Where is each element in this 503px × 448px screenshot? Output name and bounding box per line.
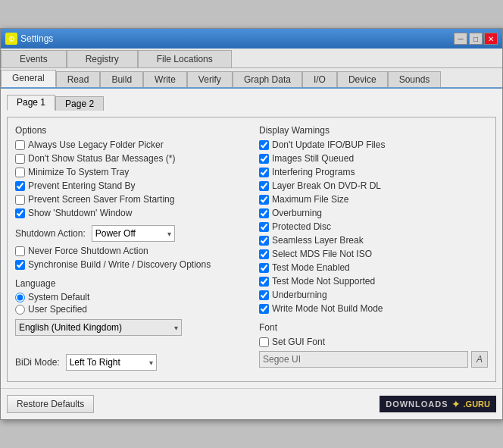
layer-break-label[interactable]: Layer Break On DVD-R DL (272, 180, 381, 191)
set-gui-font-checkbox[interactable] (259, 337, 269, 347)
overburning-checkbox[interactable] (259, 208, 269, 218)
write-mode-label[interactable]: Write Mode Not Build Mode (272, 303, 383, 314)
tab-device[interactable]: Device (337, 71, 388, 87)
warning-layer-break: Layer Break On DVD-R DL (259, 180, 488, 192)
set-gui-font-label[interactable]: Set GUI Font (272, 337, 325, 347)
images-queued-label[interactable]: Images Still Queued (272, 153, 354, 164)
prevent-screensaver-checkbox[interactable] (15, 195, 25, 205)
tab-write[interactable]: Write (143, 71, 187, 87)
radio-user-specified: User Specified (15, 304, 244, 315)
checkbox-never-force: Never Force Shutdown Action (15, 245, 244, 257)
radio-system-default: System Default (15, 292, 244, 302)
test-mode-enabled-checkbox[interactable] (259, 263, 269, 273)
warning-overburning: Overburning (259, 207, 488, 219)
dont-show-status-checkbox[interactable] (15, 154, 25, 164)
synchronise-label[interactable]: Synchronise Build / Write / Discovery Op… (28, 259, 211, 270)
interfering-programs-label[interactable]: Interfering Programs (272, 167, 355, 177)
page-tab-2[interactable]: Page 2 (55, 96, 104, 111)
font-picker-button[interactable]: A (471, 351, 488, 368)
tab-verify[interactable]: Verify (187, 71, 233, 87)
overburning-label[interactable]: Overburning (272, 208, 322, 218)
underburning-checkbox[interactable] (259, 290, 269, 300)
max-file-size-checkbox[interactable] (259, 195, 269, 205)
font-name-input[interactable] (259, 351, 468, 368)
second-tab-bar: General Read Build Write Verify Graph Da… (1, 68, 502, 89)
warning-seamless-layer: Seamless Layer Break (259, 234, 488, 246)
title-bar-left: ⚙ Settings (5, 33, 53, 45)
tab-events[interactable]: Events (1, 50, 67, 67)
show-shutdown-checkbox[interactable] (15, 208, 25, 218)
checkbox-show-shutdown: Show 'Shutdown' Window (15, 207, 244, 219)
show-shutdown-label[interactable]: Show 'Shutdown' Window (28, 208, 132, 218)
tab-sounds[interactable]: Sounds (388, 71, 442, 87)
shutdown-dropdown-arrow: ▾ (167, 230, 171, 238)
tab-graph-data[interactable]: Graph Data (233, 71, 302, 87)
system-default-label[interactable]: System Default (28, 292, 89, 302)
prevent-standby-label[interactable]: Prevent Entering Stand By (28, 180, 135, 191)
tab-file-locations[interactable]: File Locations (138, 50, 232, 67)
max-file-size-label[interactable]: Maximum File Size (272, 194, 348, 205)
title-bar: ⚙ Settings ─ □ ✕ (1, 29, 502, 49)
test-mode-not-supported-checkbox[interactable] (259, 277, 269, 287)
warning-test-mode-not-supported: Test Mode Not Supported (259, 275, 488, 287)
options-label: Options (15, 125, 244, 136)
warning-images-queued: Images Still Queued (259, 152, 488, 164)
warning-test-mode-enabled: Test Mode Enabled (259, 262, 488, 274)
close-button[interactable]: ✕ (484, 33, 498, 45)
underburning-label[interactable]: Underburning (272, 290, 327, 300)
bidi-dropdown-arrow: ▾ (149, 359, 153, 367)
test-mode-not-supported-label[interactable]: Test Mode Not Supported (272, 276, 375, 287)
never-force-checkbox[interactable] (15, 246, 25, 256)
bidi-mode-dropdown[interactable]: Left To Right ▾ (66, 354, 157, 371)
protected-disc-checkbox[interactable] (259, 222, 269, 232)
images-queued-checkbox[interactable] (259, 154, 269, 164)
tab-io[interactable]: I/O (302, 71, 337, 87)
warning-max-file-size: Maximum File Size (259, 193, 488, 205)
write-mode-checkbox[interactable] (259, 304, 269, 314)
bidi-mode-label: BiDi Mode: (15, 357, 60, 368)
minimize-tray-label[interactable]: Minimize To System Tray (28, 167, 129, 177)
page-tab-1[interactable]: Page 1 (7, 95, 55, 111)
language-value-dropdown[interactable]: English (United Kingdom) ▾ (15, 319, 182, 336)
never-force-label[interactable]: Never Force Shutdown Action (28, 246, 148, 256)
watermark-text: DOWNLOADS (386, 399, 448, 409)
restore-defaults-button[interactable]: Restore Defaults (7, 395, 94, 413)
dont-update-ifo-label[interactable]: Don't Update IFO/BUP Files (272, 139, 385, 150)
title-bar-buttons: ─ □ ✕ (454, 33, 498, 45)
minimize-tray-checkbox[interactable] (15, 168, 25, 177)
always-legacy-label[interactable]: Always Use Legacy Folder Picker (28, 139, 164, 150)
maximize-button[interactable]: □ (469, 33, 483, 45)
system-default-radio[interactable] (15, 293, 25, 302)
settings-window: ⚙ Settings ─ □ ✕ Events Registry File Lo… (0, 28, 503, 420)
tab-read[interactable]: Read (56, 71, 101, 87)
seamless-layer-label[interactable]: Seamless Layer Break (272, 235, 364, 246)
select-mds-checkbox[interactable] (259, 249, 269, 259)
protected-disc-label[interactable]: Protected Disc (272, 221, 331, 232)
seamless-layer-checkbox[interactable] (259, 236, 269, 246)
bidi-mode-row: BiDi Mode: Left To Right ▾ (15, 354, 244, 371)
watermark-icon: ✦ (451, 398, 461, 410)
tab-general[interactable]: General (1, 70, 56, 87)
minimize-button[interactable]: ─ (454, 33, 467, 45)
tab-registry[interactable]: Registry (67, 50, 138, 67)
interfering-programs-checkbox[interactable] (259, 168, 269, 177)
checkbox-prevent-screensaver: Prevent Screen Saver From Starting (15, 193, 244, 205)
language-label: Language (15, 278, 244, 289)
synchronise-checkbox[interactable] (15, 260, 25, 270)
test-mode-enabled-label[interactable]: Test Mode Enabled (272, 262, 350, 273)
checkbox-synchronise: Synchronise Build / Write / Discovery Op… (15, 258, 244, 271)
checkbox-prevent-standby: Prevent Entering Stand By (15, 180, 244, 192)
user-specified-radio[interactable] (15, 305, 25, 315)
dont-show-status-label[interactable]: Don't Show Status Bar Messages (*) (28, 153, 175, 164)
prevent-screensaver-label[interactable]: Prevent Screen Saver From Starting (28, 194, 174, 205)
always-legacy-checkbox[interactable] (15, 140, 25, 150)
bottom-bar: Restore Defaults DOWNLOADS ✦ .GURU (1, 388, 502, 419)
shutdown-action-dropdown[interactable]: Power Off ▾ (92, 225, 175, 242)
user-specified-label[interactable]: User Specified (28, 304, 87, 315)
bidi-mode-value: Left To Right (70, 357, 120, 368)
layer-break-checkbox[interactable] (259, 181, 269, 191)
select-mds-label[interactable]: Select MDS File Not ISO (272, 249, 372, 259)
prevent-standby-checkbox[interactable] (15, 181, 25, 191)
tab-build[interactable]: Build (100, 71, 143, 87)
dont-update-ifo-checkbox[interactable] (259, 140, 269, 150)
